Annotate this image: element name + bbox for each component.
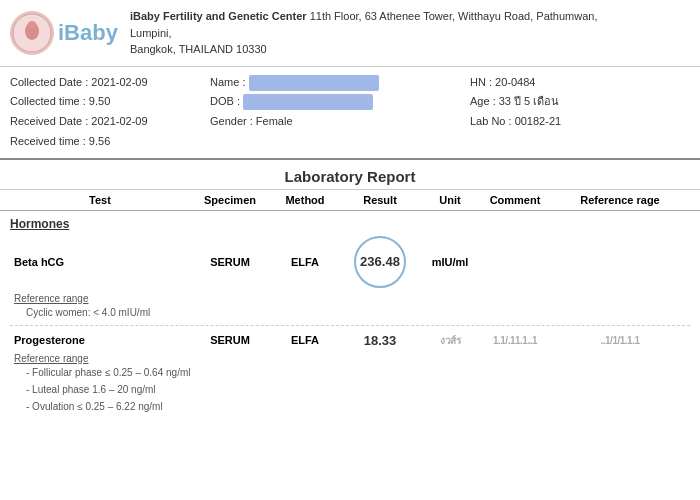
result-circled-beta-hcg: 236.48 [354, 236, 406, 288]
col-header-unit: Unit [420, 194, 480, 206]
received-time: Received time : 9.56 [10, 132, 210, 152]
unit-progesterone: งวส์ร [420, 333, 480, 348]
unit-value-progesterone: งวส์ร [440, 335, 460, 346]
table-row: Progesterone SERUM ELFA 18.33 งวส์ร 1.1/… [10, 330, 690, 351]
ref-item-progesterone-1: - Luteal phase 1.6 – 20 ng/ml [10, 381, 690, 398]
table-body: Hormones Beta hCG SERUM ELFA 236.48 mIU/… [0, 211, 700, 415]
table-header: Test Specimen Method Result Unit Comment… [0, 190, 700, 211]
header-info: iBaby Fertility and Genetic Center 11th … [130, 8, 598, 58]
collected-date: Collected Date : 2021-02-09 [10, 73, 210, 93]
gender-row: Gender : Female [210, 112, 470, 132]
age: Age : 33 ปี 5 เดือน [470, 92, 690, 112]
method-beta-hcg: ELFA [270, 256, 340, 268]
col-header-specimen: Specimen [190, 194, 270, 206]
dob-row: DOB : [210, 92, 470, 112]
ref-item-progesterone-2: - Ovulation ≤ 0.25 – 6.22 ng/ml [10, 398, 690, 415]
logo-circle [10, 11, 54, 55]
method-progesterone: ELFA [270, 334, 340, 346]
result-beta-hcg: 236.48 [340, 236, 420, 288]
clinic-name: iBaby Fertility and Genetic Center [130, 10, 307, 22]
test-name-progesterone: Progesterone [10, 334, 190, 346]
result-progesterone: 18.33 [340, 333, 420, 348]
dob-value-bar [243, 94, 373, 110]
patient-center: Name : DOB : Gender : Female [210, 73, 470, 152]
divider [10, 325, 690, 326]
hn: HN : 20-0484 [470, 73, 690, 93]
logo-area: iBaby [10, 11, 118, 55]
section-hormones: Hormones [10, 211, 690, 233]
address2: Lumpini, [130, 27, 172, 39]
specimen-beta-hcg: SERUM [190, 256, 270, 268]
address1: 11th Floor, 63 Athenee Tower, Witthayu R… [310, 10, 598, 22]
col-header-comment: Comment [480, 194, 550, 206]
test-name-beta-hcg: Beta hCG [10, 256, 190, 268]
svg-point-2 [28, 21, 36, 29]
header: iBaby iBaby Fertility and Genetic Center… [0, 0, 700, 67]
reference-progesterone: ..1/1/1.1.1 [550, 334, 690, 346]
name-label: Name [210, 76, 239, 88]
col-header-method: Method [270, 194, 340, 206]
name-value-bar [249, 75, 379, 91]
col-header-result: Result [340, 194, 420, 206]
report-title-section: Laboratory Report [0, 160, 700, 190]
col-header-reference: Reference rage [550, 194, 690, 206]
logo-text: iBaby [58, 20, 118, 46]
ref-range-label-progesterone: Reference range [10, 351, 690, 364]
reference-value-progesterone: ..1/1/1.1.1 [601, 335, 640, 346]
address3: Bangkok, THAILAND 10330 [130, 43, 267, 55]
specimen-progesterone: SERUM [190, 334, 270, 346]
table-row: Beta hCG SERUM ELFA 236.48 mIU/ml [10, 233, 690, 291]
page: iBaby iBaby Fertility and Genetic Center… [0, 0, 700, 500]
dob-label: DOB [210, 95, 234, 107]
col-header-test: Test [10, 194, 190, 206]
patient-section: Collected Date : 2021-02-09 Collected ti… [0, 67, 700, 160]
lab-no: Lab No : 00182-21 [470, 112, 690, 132]
comment-progesterone: 1.1/.11.1..1 [480, 334, 550, 346]
comment-value-progesterone: 1.1/.11.1..1 [493, 335, 537, 346]
name-row: Name : [210, 73, 470, 93]
report-title: Laboratory Report [285, 168, 416, 185]
patient-left: Collected Date : 2021-02-09 Collected ti… [10, 73, 210, 152]
ref-item-progesterone-0: - Follicular phase ≤ 0.25 – 0.64 ng/ml [10, 364, 690, 381]
received-date: Received Date : 2021-02-09 [10, 112, 210, 132]
collected-time: Collected time : 9.50 [10, 92, 210, 112]
ref-item-beta-hcg-0: Cyclic women: < 4.0 mIU/ml [10, 304, 690, 321]
ref-range-label-beta-hcg: Reference range [10, 291, 690, 304]
patient-right: HN : 20-0484 Age : 33 ปี 5 เดือน Lab No … [470, 73, 690, 152]
result-value-progesterone: 18.33 [364, 333, 397, 348]
unit-beta-hcg: mIU/ml [420, 256, 480, 268]
